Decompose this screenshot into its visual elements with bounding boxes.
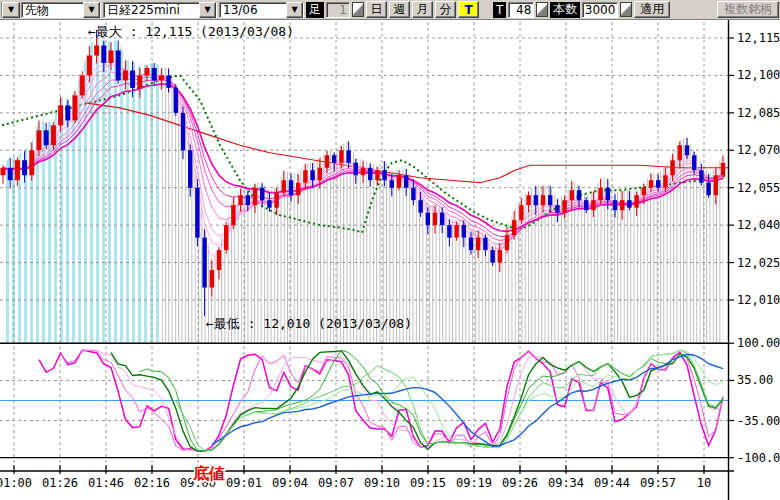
market-value: 先物 <box>22 3 83 17</box>
time-axis-label: 02:16 <box>134 476 170 490</box>
price-axis-label: 12,040 <box>737 218 780 232</box>
spin-button[interactable] <box>352 2 364 17</box>
osc-axis-label: -35.00 <box>737 414 780 428</box>
time-axis-label: 01:00 <box>0 476 32 490</box>
chevron-down-icon[interactable]: ▼ <box>83 2 100 18</box>
market-combo[interactable]: 先物 ▼ <box>21 2 101 18</box>
osc-axis-label: 35.00 <box>737 373 773 387</box>
symbol-combo[interactable]: 日経225mini ▼ <box>103 2 217 18</box>
tick-count-field[interactable]: 48 <box>508 2 534 18</box>
bar-type-label: 足 <box>306 2 324 18</box>
chart-area[interactable]: 12,11512,10012,08512,07012,05512,04012,0… <box>0 20 780 500</box>
osc-axis-label: 100.00 <box>737 336 780 350</box>
interval-field[interactable]: 1 <box>326 2 350 18</box>
chevron-down-icon[interactable]: ▼ <box>2 2 20 18</box>
time-axis-label: 09:07 <box>318 476 354 490</box>
chevron-down-icon[interactable]: ▼ <box>199 2 216 18</box>
price-axis-label: 12,085 <box>737 106 780 120</box>
count-label: 本数 <box>550 2 580 18</box>
time-axis-label: 09:26 <box>502 476 538 490</box>
time-axis-label: 09:01 <box>226 476 262 490</box>
time-axis-label: 09:15 <box>410 476 446 490</box>
time-axis-label: 09:10 <box>364 476 400 490</box>
preset-combo[interactable]: ▼ <box>1 2 19 18</box>
price-axis-label: 12,025 <box>737 256 780 270</box>
price-axis-label: 12,055 <box>737 181 780 195</box>
bar-count-field[interactable]: 3000 <box>582 2 618 18</box>
day-button[interactable]: 日 <box>366 1 387 18</box>
time-axis-label: 09:34 <box>548 476 584 490</box>
time-axis-label: 09:04 <box>272 476 308 490</box>
time-axis-label: 10 <box>697 476 711 490</box>
osc-axis-label: -100.00 <box>737 451 780 465</box>
time-axis-label: 09:57 <box>640 476 676 490</box>
min-annotation: ←最低 : 12,010 (2013/03/08) <box>206 316 412 331</box>
price-axis-label: 12,100 <box>737 68 780 82</box>
max-annotation: ←最大 : 12,115 (2013/03/08) <box>88 24 294 39</box>
contract-combo[interactable]: 13/06 ▼ <box>219 2 304 18</box>
spin-button[interactable] <box>620 2 632 17</box>
multi-symbol-button[interactable]: 複数銘柄 <box>717 1 779 18</box>
time-axis-label: 01:46 <box>88 476 124 490</box>
minute-button[interactable]: 分 <box>435 1 456 18</box>
time-axis-label: 01:26 <box>42 476 78 490</box>
tick-label: T <box>493 2 506 18</box>
month-button[interactable]: 月 <box>412 1 433 18</box>
week-button[interactable]: 週 <box>389 1 410 18</box>
apply-button[interactable]: 適用 <box>634 1 670 18</box>
time-axis-label: 09:44 <box>594 476 630 490</box>
contract-value: 13/06 <box>220 3 286 17</box>
bottom-price-annotation: 底値 <box>192 464 225 483</box>
chevron-down-icon[interactable]: ▼ <box>286 2 303 18</box>
time-axis-label: 09:19 <box>456 476 492 490</box>
tick-toggle-button[interactable]: T <box>458 1 479 18</box>
price-axis-label: 12,070 <box>737 143 780 157</box>
toolbar: ▼ 先物 ▼ 日経225mini ▼ 13/06 ▼ 足 1 日 週 月 分 T… <box>0 0 780 20</box>
price-axis-label: 12,115 <box>737 31 780 45</box>
spin-button[interactable] <box>536 2 548 17</box>
chart-svg: 12,11512,10012,08512,07012,05512,04012,0… <box>0 20 780 500</box>
symbol-value: 日経225mini <box>104 3 199 17</box>
price-axis-label: 12,010 <box>737 293 780 307</box>
